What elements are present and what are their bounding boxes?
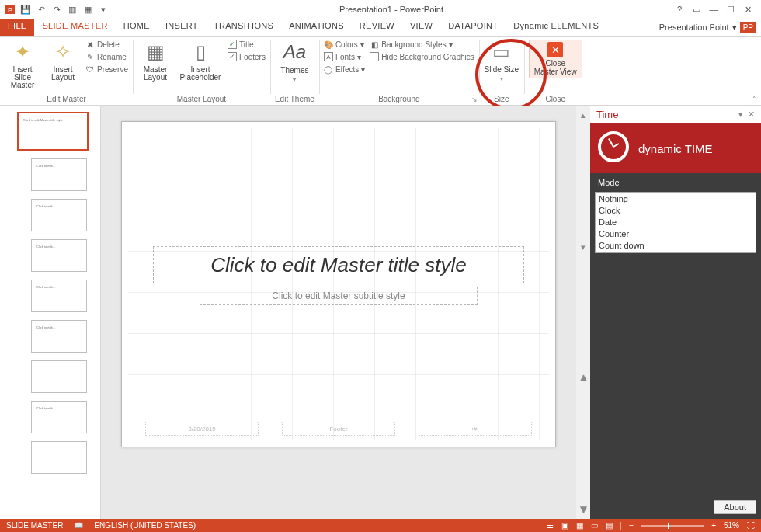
group-master-layout: ▦ Master Layout ▯ Insert Placeholder Tit… [133, 37, 270, 105]
insert-layout-button[interactable]: ✧ Insert Layout [45, 40, 81, 82]
delete-button[interactable]: ✖Delete [85, 40, 128, 49]
panel-close-icon[interactable]: ✕ [748, 110, 755, 120]
fonts-button[interactable]: AFonts ▾ [324, 52, 365, 61]
layout-thumbnail[interactable]: Click to edit… [31, 280, 87, 312]
rename-icon: ✎ [85, 52, 95, 61]
quick-access-toolbar: P 💾 ↶ ↷ ▥ ▦ ▾ [0, 4, 109, 15]
layout-thumbnail[interactable] [31, 441, 87, 474]
slide-number-placeholder[interactable]: ‹#› [419, 422, 532, 436]
tab-view[interactable]: VIEW [402, 19, 440, 36]
tab-home[interactable]: HOME [116, 19, 158, 36]
scroll-down-icon[interactable]: ▾ [581, 242, 586, 252]
zoom-slider[interactable] [641, 525, 704, 527]
tab-datapoint[interactable]: DATAPOINT [440, 19, 506, 36]
layout-thumbnail[interactable]: Click to edit… [31, 401, 87, 433]
tab-file[interactable]: FILE [0, 19, 34, 36]
reading-view-icon[interactable]: ▭ [591, 521, 598, 530]
help-icon[interactable]: ? [674, 4, 685, 15]
ribbon-display-icon[interactable]: ▭ [691, 4, 702, 15]
collapse-ribbon-icon[interactable]: ˄ [752, 96, 756, 103]
colors-button[interactable]: 🎨Colors ▾ [324, 40, 365, 49]
group-label: Edit Master [47, 95, 86, 103]
footers-checkbox[interactable]: Footers [228, 52, 266, 61]
mode-option[interactable]: Clock [599, 205, 752, 217]
spell-check-icon[interactable]: 📖 [74, 521, 83, 530]
next-slide-icon[interactable]: ⯆ [579, 505, 588, 514]
mode-option[interactable]: Count down [599, 240, 752, 252]
tab-review[interactable]: REVIEW [352, 19, 402, 36]
notes-icon[interactable]: ☰ [547, 521, 554, 530]
close-master-view-button[interactable]: ✕ CloseMaster View [529, 40, 582, 78]
master-layout-button[interactable]: ▦ Master Layout [137, 40, 173, 82]
status-language[interactable]: ENGLISH (UNITED STATES) [94, 521, 196, 530]
maximize-icon[interactable]: ☐ [725, 4, 736, 15]
master-slide[interactable]: Click to edit Master title style Click t… [121, 121, 556, 447]
about-button[interactable]: About [714, 500, 756, 514]
group-label: Master Layout [177, 95, 226, 103]
dynamic-time-panel: Time ▾✕ dynamic TIME Mode Nothing Clock … [590, 106, 761, 519]
normal-view-icon[interactable]: ▣ [561, 521, 568, 530]
insert-slide-master-button[interactable]: ✦ Insert Slide Master [5, 40, 40, 89]
master-layout-icon: ▦ [147, 40, 165, 64]
tab-insert[interactable]: INSERT [158, 19, 206, 36]
title-bar: P 💾 ↶ ↷ ▥ ▦ ▾ Presentation1 - PowerPoint… [0, 0, 761, 19]
master-thumbnail[interactable]: Click to edit Master title style [17, 112, 89, 151]
themes-button[interactable]: Aa Themes ▾ [276, 40, 312, 83]
title-checkbox[interactable]: Title [228, 40, 266, 49]
title-placeholder[interactable]: Click to edit Master title style [153, 246, 524, 283]
layout-thumbnail[interactable]: Click to edit… [31, 158, 87, 191]
insert-placeholder-button[interactable]: ▯ Insert Placeholder [178, 40, 223, 82]
footer-placeholders: 3/20/2015 Footer ‹#› [145, 422, 532, 436]
pp-badge: PP [740, 22, 756, 33]
slideshow-icon[interactable]: ▤ [606, 521, 613, 530]
hide-bg-checkbox[interactable]: Hide Background Graphics [370, 52, 474, 61]
background-styles-button[interactable]: ◧Background Styles ▾ [370, 40, 474, 49]
presentation-point[interactable]: Presentation Point ▾ PP [659, 19, 761, 36]
tab-slide-master[interactable]: SLIDE MASTER [34, 19, 115, 36]
layout-thumbnail[interactable]: Click to edit… [31, 199, 87, 231]
date-placeholder[interactable]: 3/20/2015 [145, 422, 259, 436]
save-icon[interactable]: 💾 [20, 4, 31, 15]
group-label: Edit Theme [275, 95, 314, 103]
qat-dropdown-icon[interactable]: ▾ [98, 4, 109, 15]
redo-icon[interactable]: ↷ [51, 4, 62, 15]
close-icon[interactable]: ✕ [742, 4, 753, 15]
vertical-scrollbar[interactable]: ▴ ▾ ⯅ ⯆ [576, 106, 590, 519]
mode-option[interactable]: Counter [599, 228, 752, 240]
panel-banner: dynamic TIME [590, 123, 761, 173]
slide-sorter-icon[interactable]: ▦ [576, 521, 583, 530]
panel-dropdown-icon[interactable]: ▾ [738, 110, 743, 120]
minimize-icon[interactable]: — [708, 4, 719, 15]
subtitle-placeholder[interactable]: Click to edit Master subtitle style [200, 287, 478, 305]
fit-to-window-icon[interactable]: ⛶ [747, 521, 755, 530]
mode-option[interactable]: Nothing [599, 193, 752, 205]
dropdown-icon: ▾ [361, 65, 365, 74]
zoom-out-icon[interactable]: − [629, 521, 634, 530]
mode-option[interactable]: Date [599, 217, 752, 228]
zoom-in-icon[interactable]: + [711, 521, 716, 530]
qat-icon[interactable]: ▥ [67, 4, 78, 15]
placeholder-icon: ▯ [196, 40, 206, 64]
preserve-button[interactable]: 🛡Preserve [85, 64, 128, 74]
undo-icon[interactable]: ↶ [36, 4, 47, 15]
effects-button[interactable]: ◯Effects ▾ [324, 64, 365, 74]
layout-thumbnail[interactable]: Click to edit… [31, 239, 87, 272]
zoom-level[interactable]: 51% [724, 521, 739, 530]
tab-animations[interactable]: ANIMATIONS [281, 19, 352, 36]
tab-transitions[interactable]: TRANSITIONS [206, 19, 281, 36]
qat-icon[interactable]: ▦ [82, 4, 93, 15]
slide-master-icon: ✦ [15, 40, 30, 64]
mode-list[interactable]: Nothing Clock Date Counter Count down [595, 192, 756, 253]
close-x-icon: ✕ [547, 42, 563, 57]
tab-dynamic-elements[interactable]: Dynamic ELEMENTS [506, 19, 606, 36]
dialog-launcher-icon[interactable]: ↘ [471, 96, 478, 103]
group-edit-master: ✦ Insert Slide Master ✧ Insert Layout ✖D… [0, 37, 133, 105]
layout-thumbnail[interactable]: Click to edit… [31, 320, 87, 353]
slide-size-button[interactable]: ▭ Slide Size ▾ [484, 40, 519, 82]
rename-button[interactable]: ✎Rename [85, 52, 128, 61]
footer-placeholder[interactable]: Footer [282, 422, 395, 436]
scroll-up-icon[interactable]: ▴ [581, 110, 586, 120]
layout-icon: ✧ [55, 40, 71, 64]
prev-slide-icon[interactable]: ⯅ [579, 374, 588, 383]
layout-thumbnail[interactable] [31, 360, 87, 393]
